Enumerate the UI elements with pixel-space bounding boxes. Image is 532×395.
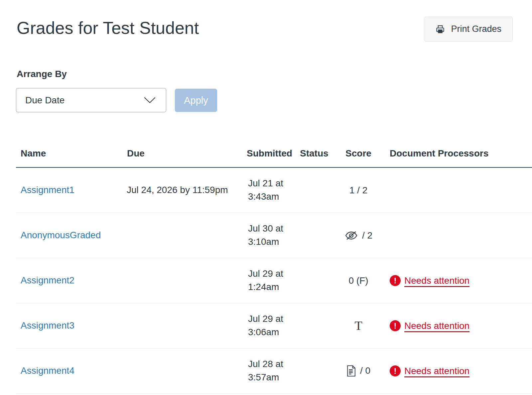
column-header-due: Due <box>122 148 242 167</box>
arrange-by-label: Arrange By <box>17 69 532 79</box>
table-row-assignment3: Assignment3 Jul 29 at 3:06am T ! Needs a… <box>16 303 532 348</box>
column-header-status: Status <box>295 148 335 167</box>
assignment-link[interactable]: Assignment2 <box>21 275 74 285</box>
arrange-by-selected-value: Due Date <box>25 95 65 106</box>
status-value <box>295 258 335 303</box>
status-value <box>295 303 335 348</box>
needs-attention-link[interactable]: Needs attention <box>404 366 469 376</box>
due-value <box>122 303 242 348</box>
due-value <box>122 213 242 258</box>
needs-attention-link[interactable]: Needs attention <box>404 275 469 286</box>
table-row-anonymousgraded: AnonymousGraded Jul 30 at 3:10am / 2 <box>16 213 532 258</box>
score-value: / 2 <box>362 230 372 241</box>
assignment-link[interactable]: Assignment3 <box>21 320 74 331</box>
print-grades-label: Print Grades <box>451 24 501 34</box>
status-value <box>295 167 335 213</box>
grades-table-header-row: Name Due Submitted Status Score Document… <box>16 148 532 167</box>
document-icon <box>346 365 356 377</box>
table-row-assignment2: Assignment2 Jul 29 at 1:24am 0 (F) ! Nee… <box>16 258 532 303</box>
column-header-name: Name <box>16 148 122 167</box>
submitted-value: Jul 29 at 3:06am <box>242 303 295 348</box>
column-header-score: Score <box>335 148 382 167</box>
print-grades-button[interactable]: Print Grades <box>424 17 513 42</box>
hidden-score-eye-off-icon <box>344 230 358 241</box>
text-entry-score-icon: T <box>354 318 362 333</box>
chevron-down-icon <box>144 97 156 104</box>
assignment-link[interactable]: AnonymousGraded <box>21 230 101 240</box>
warning-icon: ! <box>390 275 401 286</box>
arrange-controls: Due Date Apply <box>16 88 532 112</box>
column-header-document-processors: Document Processors <box>382 148 532 167</box>
grades-table: Name Due Submitted Status Score Document… <box>16 148 532 394</box>
apply-button[interactable]: Apply <box>175 89 217 112</box>
document-processors-value <box>382 213 532 258</box>
score-value: / 0 <box>360 365 370 376</box>
due-value: Jul 24, 2026 by 11:59pm <box>122 167 242 213</box>
page-header: Grades for Test Student Print Grades <box>0 0 532 42</box>
page-title: Grades for Test Student <box>17 17 199 39</box>
submitted-value: Jul 30 at 3:10am <box>242 213 295 258</box>
submitted-value: Jul 21 at 3:43am <box>242 167 295 213</box>
assignment-link[interactable]: Assignment1 <box>21 185 74 195</box>
warning-icon: ! <box>390 365 401 376</box>
table-row-assignment1: Assignment1 Jul 24, 2026 by 11:59pm Jul … <box>16 167 532 213</box>
arrange-by-select[interactable]: Due Date <box>16 88 166 112</box>
document-processors-value <box>382 167 532 213</box>
due-value <box>122 348 242 393</box>
warning-icon: ! <box>390 320 401 331</box>
submitted-value: Jul 29 at 1:24am <box>242 258 295 303</box>
needs-attention-link[interactable]: Needs attention <box>404 321 469 331</box>
column-header-submitted: Submitted <box>242 148 295 167</box>
status-value <box>295 348 335 393</box>
table-row-assignment4: Assignment4 Jul 28 at 3:57am <box>16 348 532 393</box>
status-value <box>295 213 335 258</box>
due-value <box>122 258 242 303</box>
score-value: 1 / 2 <box>349 185 367 196</box>
printer-icon <box>435 24 445 34</box>
score-value: 0 (F) <box>348 275 368 286</box>
assignment-link[interactable]: Assignment4 <box>21 365 74 376</box>
submitted-value: Jul 28 at 3:57am <box>242 348 295 393</box>
